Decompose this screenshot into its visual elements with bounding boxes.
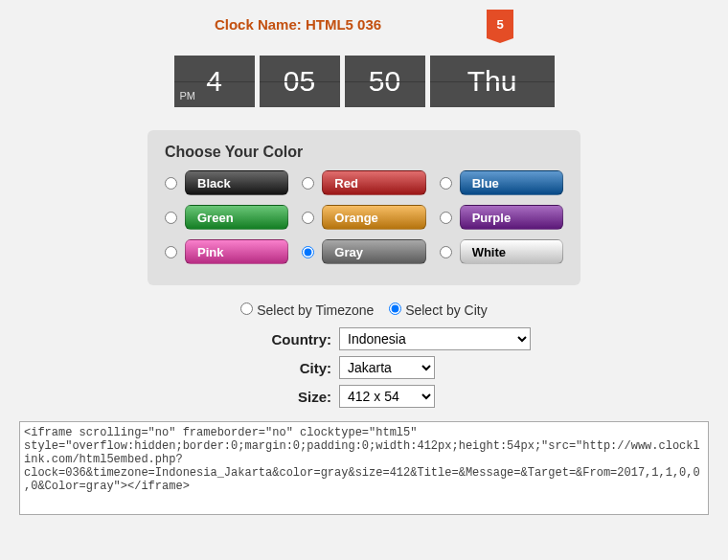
clock-day: Thu xyxy=(467,65,517,98)
country-row: Country: Indonesia xyxy=(134,327,594,350)
color-pill-white: White xyxy=(460,239,563,264)
color-option-white[interactable]: White xyxy=(440,239,563,264)
color-option-purple[interactable]: Purple xyxy=(440,205,563,230)
title-row: Clock Name: HTML5 036 5 xyxy=(0,0,728,38)
color-pill-pink: Pink xyxy=(185,239,288,264)
color-pill-orange: Orange xyxy=(322,205,425,230)
color-panel: Choose Your Color BlackRedBlueGreenOrang… xyxy=(148,130,580,285)
html5-badge-label: 5 xyxy=(497,17,504,32)
clock-second-segment: 50 xyxy=(345,56,425,107)
color-panel-heading: Choose Your Color xyxy=(165,144,563,161)
select-by-city-option[interactable]: Select by City xyxy=(389,302,487,318)
clock-minute: 05 xyxy=(284,65,315,98)
select-mode-row: Select by Timezone Select by City xyxy=(0,302,728,318)
color-pill-green: Green xyxy=(185,205,288,230)
clock-second: 50 xyxy=(369,65,400,98)
city-row: City: Jakarta xyxy=(134,356,594,379)
select-by-timezone-option[interactable]: Select by Timezone xyxy=(240,302,377,318)
color-radio-green[interactable] xyxy=(165,212,177,224)
color-option-green[interactable]: Green xyxy=(165,205,288,230)
country-select[interactable]: Indonesia xyxy=(339,327,531,350)
select-by-city-label: Select by City xyxy=(405,302,488,318)
clock-minute-segment: 05 xyxy=(260,56,340,107)
color-option-red[interactable]: Red xyxy=(302,170,425,195)
color-pill-black: Black xyxy=(185,170,288,195)
color-option-gray[interactable]: Gray xyxy=(302,239,425,264)
color-radio-red[interactable] xyxy=(302,177,314,190)
color-radio-orange[interactable] xyxy=(302,212,314,224)
page-title: Clock Name: HTML5 036 xyxy=(215,16,381,33)
clock-display: PM 4 05 50 Thu xyxy=(167,56,561,107)
color-pill-gray: Gray xyxy=(322,239,425,264)
html5-icon: 5 xyxy=(487,10,513,38)
color-radio-pink[interactable] xyxy=(165,246,177,258)
color-grid: BlackRedBlueGreenOrangePurplePinkGrayWhi… xyxy=(165,170,563,264)
select-by-city-radio[interactable] xyxy=(389,302,401,315)
country-label: Country: xyxy=(134,331,339,347)
city-label: City: xyxy=(134,360,339,376)
color-radio-black[interactable] xyxy=(165,177,177,190)
title-label: Clock Name: xyxy=(215,16,302,33)
select-by-timezone-radio[interactable] xyxy=(240,302,253,315)
title-name: HTML5 036 xyxy=(306,16,381,33)
color-radio-gray[interactable] xyxy=(302,246,314,258)
color-radio-purple[interactable] xyxy=(440,212,452,224)
color-option-pink[interactable]: Pink xyxy=(165,239,288,264)
embed-code-textarea[interactable] xyxy=(19,421,709,515)
color-option-blue[interactable]: Blue xyxy=(440,170,563,195)
size-label: Size: xyxy=(134,389,339,405)
clock-day-segment: Thu xyxy=(430,56,555,107)
color-option-orange[interactable]: Orange xyxy=(302,205,425,230)
color-pill-red: Red xyxy=(322,170,425,195)
color-option-black[interactable]: Black xyxy=(165,170,288,195)
size-select[interactable]: 412 x 54 xyxy=(339,385,435,408)
clock-ampm: PM xyxy=(180,90,196,101)
color-pill-purple: Purple xyxy=(460,205,563,230)
color-pill-blue: Blue xyxy=(460,170,563,195)
form-block: Country: Indonesia City: Jakarta Size: 4… xyxy=(134,327,594,408)
select-by-timezone-label: Select by Timezone xyxy=(257,302,374,318)
clock-hour: 4 xyxy=(206,65,222,98)
clock-hour-segment: PM 4 xyxy=(174,56,255,107)
size-row: Size: 412 x 54 xyxy=(134,385,594,408)
color-radio-white[interactable] xyxy=(440,246,452,258)
color-radio-blue[interactable] xyxy=(440,177,452,190)
city-select[interactable]: Jakarta xyxy=(339,356,435,379)
